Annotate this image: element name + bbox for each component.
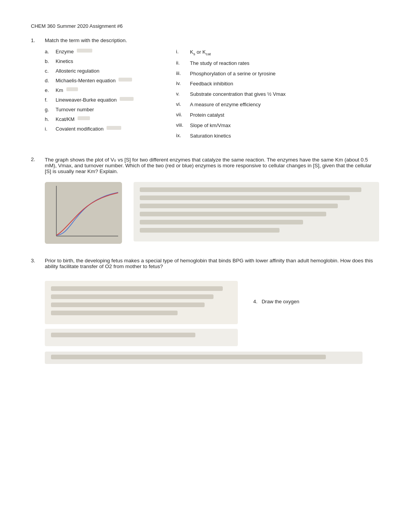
match-container: a. Enzyme b. Kinetics c. Allosteric regu… <box>45 49 379 143</box>
item-label-h: h. <box>45 116 56 122</box>
list-item: vi. A measure of enzyme efficiency <box>176 101 286 109</box>
q3-row: 4. Draw the oxygen <box>45 275 379 324</box>
blur-line <box>51 333 195 337</box>
desc-protein-catalyst: Protein catalyst <box>190 112 286 119</box>
list-item: vii. Protein catalyst <box>176 112 286 119</box>
match-right: i. Ks or Kcat ii. The study of reaction … <box>176 49 286 143</box>
desc-study-reaction: The study of reaction rates <box>190 60 286 67</box>
q3-extra-box <box>45 329 238 346</box>
item-label-g: g. <box>45 107 56 112</box>
blur-line <box>51 286 223 291</box>
q2-text: The graph shows the plot of V₀ vs [S] fo… <box>45 156 379 174</box>
item-label-d: d. <box>45 78 56 83</box>
q3-text: Prior to birth, the developing fetus mak… <box>45 258 379 269</box>
list-item: f. Lineweaver-Burke equation <box>45 97 153 103</box>
page-title: CHEM 360 Summer 2020 Assignment #6 <box>31 23 379 29</box>
desc-measure-enzyme: A measure of enzyme efficiency <box>190 101 286 109</box>
question-1-header: 1. Match the term with the description. <box>31 37 379 43</box>
question-1: 1. Match the term with the description. … <box>31 37 379 143</box>
desc-label-viii: viii. <box>176 122 190 128</box>
desc-label-vii: vii. <box>176 112 190 117</box>
list-item: h. Kcat/KM <box>45 116 153 122</box>
desc-saturation-kinetics: Saturation kinetics <box>190 133 286 140</box>
graph-svg <box>45 182 122 244</box>
term-turnover: Turnover number <box>56 107 94 112</box>
term-michaelis: Michaelis-Menten equation <box>56 78 115 83</box>
blur-line <box>51 294 213 299</box>
desc-label-vi: vi. <box>176 101 190 107</box>
item-label-a: a. <box>45 49 56 54</box>
desc-label-ii: ii. <box>176 60 190 66</box>
term-covalent: Covalent modification <box>56 126 103 132</box>
desc-label-i: i. <box>176 49 190 54</box>
list-item: g. Turnover number <box>45 107 153 112</box>
blur-line <box>140 212 326 216</box>
q4-partial: 4. Draw the oxygen <box>253 275 299 306</box>
term-enzyme: Enzyme <box>56 49 74 54</box>
blur-line <box>140 187 361 192</box>
list-item: iii. Phosphorylation of a serine or tyro… <box>176 70 286 78</box>
term-km: Km <box>56 87 63 93</box>
desc-label-ix: ix. <box>176 133 190 138</box>
q2-body <box>45 182 379 244</box>
term-kcat-km: Kcat/KM <box>56 116 75 122</box>
blur-line <box>51 303 205 307</box>
item-label-c: c. <box>45 68 56 74</box>
blur-line <box>140 195 350 200</box>
list-item: viii. Slope of km/Vmax <box>176 122 286 129</box>
q1-text: Match the term with the description. <box>45 37 379 43</box>
list-item: v. Substrate concentration that gives ½ … <box>176 91 286 98</box>
footer-blurred <box>45 352 363 364</box>
list-item: ii. The study of reaction rates <box>176 60 286 67</box>
term-lineweaver: Lineweaver-Burke equation <box>56 97 117 103</box>
question-2: 2. The graph shows the plot of V₀ vs [S]… <box>31 156 379 244</box>
q2-graph <box>45 182 122 244</box>
item-label-i: i. <box>45 126 56 132</box>
list-item: i. Ks or Kcat <box>176 49 286 57</box>
question-3-header: 3. Prior to birth, the developing fetus … <box>31 258 379 269</box>
term-kinetics: Kinetics <box>56 58 73 64</box>
item-label-b: b. <box>45 58 56 64</box>
list-item: a. Enzyme <box>45 49 153 54</box>
q2-num: 2. <box>31 156 45 162</box>
question-3: 3. Prior to birth, the developing fetus … <box>31 258 379 364</box>
list-item: c. Allosteric regulation <box>45 68 153 74</box>
match-left: a. Enzyme b. Kinetics c. Allosteric regu… <box>45 49 153 143</box>
desc-slope-km-vmax: Slope of km/Vmax <box>190 122 286 129</box>
q4-text-partial: Draw the oxygen <box>262 299 300 304</box>
desc-feedback-inhibition: Feedback inhibition <box>190 80 286 88</box>
q2-answer <box>134 182 379 241</box>
blur-line <box>51 311 178 315</box>
item-label-f: f. <box>45 97 56 103</box>
list-item: i. Covalent modification <box>45 126 153 132</box>
q1-num: 1. <box>31 37 45 43</box>
blur-line <box>140 228 280 233</box>
list-item: b. Kinetics <box>45 58 153 64</box>
q3-num: 3. <box>31 258 45 263</box>
desc-phosphorylation: Phosphorylation of a serine or tyrosine <box>190 70 286 78</box>
item-label-e: e. <box>45 87 56 93</box>
desc-label-iii: iii. <box>176 70 190 76</box>
blur-line <box>140 220 303 224</box>
q4-num: 4. <box>253 299 258 304</box>
desc-label-iv: iv. <box>176 80 190 86</box>
list-item: ix. Saturation kinetics <box>176 133 286 140</box>
q2-content <box>45 182 379 244</box>
list-item: d. Michaelis-Menten equation <box>45 78 153 83</box>
desc-label-v: v. <box>176 91 190 97</box>
blur-line <box>51 355 326 359</box>
list-item: e. Km <box>45 87 153 93</box>
desc-substrate-conc: Substrate concentration that gives ½ Vma… <box>190 91 286 98</box>
desc-ks-kcat: Ks or Kcat <box>190 49 286 57</box>
term-allosteric: Allosteric regulation <box>56 68 99 74</box>
q3-answer <box>45 281 238 324</box>
blur-line <box>140 204 338 208</box>
q3-body: 4. Draw the oxygen <box>45 275 379 364</box>
question-2-header: 2. The graph shows the plot of V₀ vs [S]… <box>31 156 379 174</box>
list-item: iv. Feedback inhibition <box>176 80 286 88</box>
